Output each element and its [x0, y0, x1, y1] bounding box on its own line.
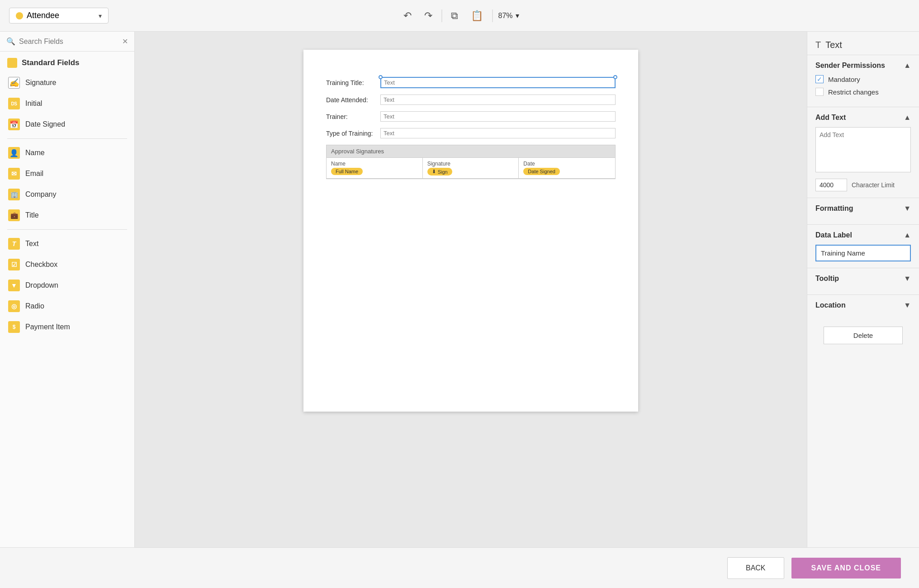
data-label-header[interactable]: Data Label ▲ [815, 231, 911, 239]
approval-col-signature: Signature ⬇ Sign [423, 158, 519, 178]
toolbar-center: ↶ ↷ ⧉ 📋 87% ▾ [400, 8, 519, 24]
sidebar: 🔍 ✕ Standard Fields ✍ Signature DS Initi… [0, 32, 135, 588]
approval-col-name-header: Name [331, 161, 418, 167]
attendee-dot [16, 12, 23, 19]
data-label-collapse-icon: ▲ [904, 231, 911, 239]
delete-wrapper: Delete [807, 321, 919, 350]
date-signed-label: Date Signed [25, 120, 65, 128]
save-and-close-button[interactable]: SAVE AND CLOSE [791, 558, 901, 579]
sidebar-item-initial[interactable]: DS Initial [0, 93, 134, 114]
type-of-training-label: Type of Training: [326, 130, 380, 137]
training-title-label: Training Title: [326, 79, 380, 86]
char-limit-input[interactable] [815, 179, 847, 191]
canvas-area[interactable]: Training Title: Date Attended: Trainer: [135, 32, 807, 588]
payment-label: Payment Item [25, 323, 70, 331]
zoom-control[interactable]: 87% ▾ [498, 11, 519, 20]
search-icon: 🔍 [6, 37, 15, 46]
back-button[interactable]: BACK [727, 557, 784, 579]
tooltip-collapse-icon: ▼ [904, 275, 911, 283]
panel-header: T Text [807, 32, 919, 55]
full-name-tag: Full Name [331, 168, 363, 175]
sidebar-item-radio[interactable]: ◎ Radio [0, 296, 134, 317]
copy-button[interactable]: ⧉ [447, 8, 462, 24]
location-header[interactable]: Location ▼ [815, 301, 911, 309]
search-input[interactable] [19, 38, 118, 46]
sidebar-item-date-signed[interactable]: 📅 Date Signed [0, 114, 134, 135]
approval-col-date-header: Date [523, 161, 611, 167]
location-collapse-icon: ▼ [904, 301, 911, 309]
dropdown-label: Dropdown [25, 281, 58, 289]
initial-icon: DS [8, 98, 20, 109]
sidebar-item-dropdown[interactable]: ▼ Dropdown [0, 275, 134, 296]
sidebar-item-payment[interactable]: $ Payment Item [0, 317, 134, 337]
divider-1 [7, 138, 127, 139]
title-label: Title [25, 211, 39, 219]
add-text-textarea[interactable] [815, 127, 911, 172]
sidebar-item-text[interactable]: T Text [0, 233, 134, 254]
add-text-section: Add Text ▲ Character Limit [807, 107, 919, 198]
panel-field-type: Text [825, 40, 842, 50]
data-label-section: Data Label ▲ [807, 224, 919, 268]
document-page: Training Title: Date Attended: Trainer: [303, 50, 638, 412]
attendee-chevron-icon: ▾ [99, 12, 102, 19]
text-label: Text [25, 240, 38, 248]
approval-col-sig-header: Signature [427, 161, 514, 167]
sidebar-item-checkbox[interactable]: ☑ Checkbox [0, 254, 134, 275]
zoom-value: 87% [498, 12, 512, 20]
date-signed-tag: Date Signed [523, 168, 560, 175]
char-limit-label: Character Limit [852, 181, 895, 189]
tooltip-title: Tooltip [815, 275, 839, 283]
clear-icon[interactable]: ✕ [122, 37, 128, 46]
attendee-selector[interactable]: Attendee ▾ [9, 8, 109, 24]
mandatory-label: Mandatory [828, 76, 860, 83]
char-limit-row: Character Limit [815, 179, 911, 191]
form-row-type: Type of Training: [326, 128, 616, 138]
handle-tl [379, 75, 383, 79]
toolbar-separator [441, 9, 442, 22]
search-bar: 🔍 ✕ [0, 32, 134, 52]
trainer-input[interactable] [380, 111, 616, 122]
training-title-input[interactable] [380, 77, 616, 88]
formatting-collapse-icon: ▼ [904, 204, 911, 213]
mandatory-check-icon: ✓ [817, 76, 822, 83]
mandatory-row: ✓ Mandatory [815, 75, 911, 83]
date-attended-label: Date Attended: [326, 96, 380, 104]
form-row-date-attended: Date Attended: [326, 95, 616, 105]
footer: BACK SAVE AND CLOSE [0, 547, 919, 588]
approval-table: Approval Signatures Name Full Name Signa… [326, 145, 616, 179]
formatting-header[interactable]: Formatting ▼ [815, 204, 911, 213]
email-label: Email [25, 170, 43, 178]
signature-label: Signature [25, 79, 57, 87]
zoom-chevron-icon: ▾ [516, 11, 519, 20]
section-folder-icon [7, 58, 17, 68]
sidebar-item-title[interactable]: 💼 Title [0, 205, 134, 226]
restrict-changes-checkbox[interactable] [815, 88, 824, 96]
sidebar-item-email[interactable]: ✉ Email [0, 163, 134, 184]
add-text-collapse-icon: ▲ [904, 114, 911, 122]
mandatory-checkbox[interactable]: ✓ [815, 75, 824, 83]
location-title: Location [815, 301, 846, 309]
redo-button[interactable]: ↷ [421, 8, 436, 24]
add-text-title: Add Text [815, 114, 846, 122]
data-label-title: Data Label [815, 231, 852, 239]
paste-button[interactable]: 📋 [467, 8, 487, 24]
sidebar-item-name[interactable]: 👤 Name [0, 142, 134, 163]
type-of-training-input[interactable] [380, 128, 616, 138]
add-text-header[interactable]: Add Text ▲ [815, 114, 911, 122]
trainer-label: Trainer: [326, 113, 380, 120]
approval-col-date: Date Date Signed [519, 158, 615, 178]
restrict-changes-label: Restrict changes [828, 88, 879, 96]
signature-icon: ✍ [8, 77, 20, 89]
delete-button[interactable]: Delete [824, 327, 903, 344]
date-attended-input[interactable] [380, 95, 616, 105]
sidebar-item-company[interactable]: 🏢 Company [0, 184, 134, 205]
toolbar-separator-2 [492, 9, 493, 22]
sender-permissions-collapse-icon: ▲ [904, 62, 911, 70]
tooltip-header[interactable]: Tooltip ▼ [815, 275, 911, 283]
name-label: Name [25, 149, 45, 157]
data-label-input[interactable] [815, 245, 911, 261]
sender-permissions-section: Sender Permissions ▲ ✓ Mandatory Restric… [807, 55, 919, 107]
sender-permissions-header[interactable]: Sender Permissions ▲ [815, 62, 911, 70]
undo-button[interactable]: ↶ [400, 8, 415, 24]
sidebar-item-signature[interactable]: ✍ Signature [0, 72, 134, 93]
